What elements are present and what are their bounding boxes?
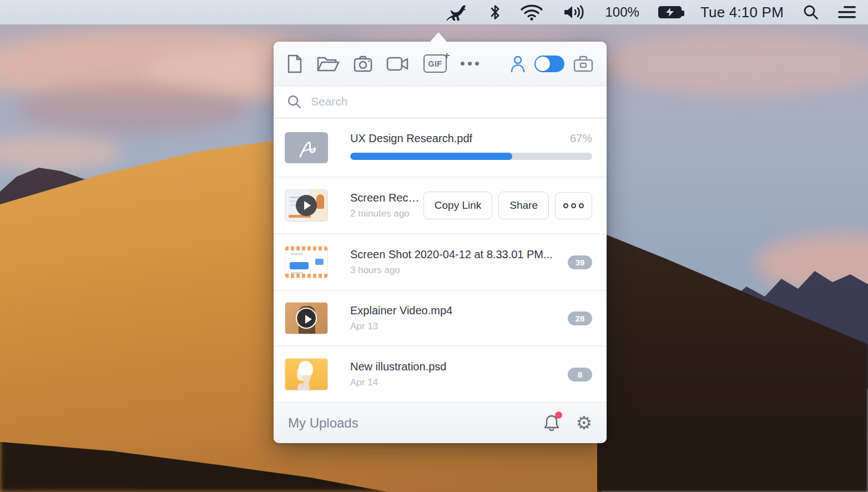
upload-progress-label: 67% (570, 132, 592, 145)
kangaroo-app-icon[interactable] (445, 0, 470, 25)
pdf-file-icon (285, 132, 328, 163)
screen-record-video-icon[interactable] (386, 56, 410, 72)
toggle-knob[interactable] (536, 57, 550, 71)
view-count-badge: 28 (568, 312, 592, 325)
play-icon (296, 195, 317, 216)
popup-footer: My Uploads ⚙ (274, 402, 607, 443)
recording-thumbnail[interactable] (285, 189, 328, 222)
wifi-icon[interactable] (520, 0, 543, 25)
spotlight-search-icon[interactable] (803, 0, 819, 25)
item-title: Screen Shot 2020-04-12 at 8.33.01 PM... (350, 248, 568, 261)
video-thumbnail[interactable] (285, 302, 328, 334)
share-button[interactable]: Share (498, 192, 549, 219)
cloud (17, 83, 250, 133)
notifications-bell-icon[interactable] (543, 414, 560, 433)
item-title: New illustration.psd (350, 360, 568, 373)
battery-charging-icon[interactable] (658, 0, 682, 25)
upload-item-screenshot[interactable]: Screen Shot 2020-04-12 at 8.33.01 PM... … (274, 233, 607, 290)
volume-icon[interactable] (562, 0, 587, 25)
copy-link-button[interactable]: Copy Link (423, 192, 493, 219)
gif-label: GIF (428, 59, 442, 68)
battery-percent: 100% (605, 0, 639, 25)
upload-item-video[interactable]: Explainer Video.mp4 Apr 13 28 (274, 290, 607, 345)
personal-team-toggle[interactable] (534, 56, 564, 72)
briefcase-icon (573, 55, 593, 73)
item-meta: 3 hours ago (350, 265, 568, 276)
search-icon (287, 94, 302, 109)
progress-bar (350, 153, 592, 160)
popup-toolbar: GIF + (274, 42, 607, 86)
upload-item-psd[interactable]: New illustration.psd Apr 14 8 (274, 345, 607, 402)
desktop: 100% Tue 4:10 PM (0, 0, 868, 492)
view-count-badge: 39 (568, 255, 592, 269)
illustration-thumbnail[interactable] (285, 358, 328, 390)
gif-plus: + (443, 49, 450, 62)
notification-dot (555, 411, 562, 419)
settings-gear-icon[interactable]: ⚙ (576, 414, 592, 432)
search-bar (274, 86, 607, 118)
view-count-badge: 8 (568, 368, 592, 381)
progress-bar-fill (350, 153, 512, 160)
menu-bar-clock[interactable]: Tue 4:10 PM (700, 0, 784, 25)
gif-icon[interactable]: GIF + (423, 54, 447, 73)
person-icon (510, 55, 526, 73)
item-meta: Apr 13 (350, 321, 568, 332)
menu-bar: 100% Tue 4:10 PM (0, 0, 868, 25)
open-folder-icon[interactable] (316, 55, 340, 73)
list-menu-icon[interactable] (838, 0, 856, 25)
item-meta: 2 minutes ago (350, 208, 423, 219)
bluetooth-icon[interactable] (489, 0, 501, 25)
more-ellipsis-icon[interactable] (461, 62, 479, 66)
upload-item-recording[interactable]: Screen Record... 2 minutes ago Copy Link… (274, 177, 607, 233)
my-uploads-label[interactable]: My Uploads (288, 415, 359, 431)
upload-item-pdf[interactable]: UX Design Research.pdf 67% (274, 118, 607, 177)
search-input[interactable] (311, 95, 593, 108)
screenshot-camera-icon[interactable] (354, 56, 372, 72)
item-title: Screen Record... (350, 192, 423, 204)
upload-title: UX Design Research.pdf (350, 132, 472, 145)
screenshot-thumbnail[interactable] (285, 246, 328, 278)
play-icon (296, 308, 317, 329)
new-file-icon[interactable] (287, 54, 302, 73)
item-title: Explainer Video.mp4 (350, 304, 568, 317)
more-options-button[interactable] (555, 192, 592, 219)
cloud-app-popup: GIF + (274, 42, 607, 443)
item-meta: Apr 14 (350, 377, 568, 388)
